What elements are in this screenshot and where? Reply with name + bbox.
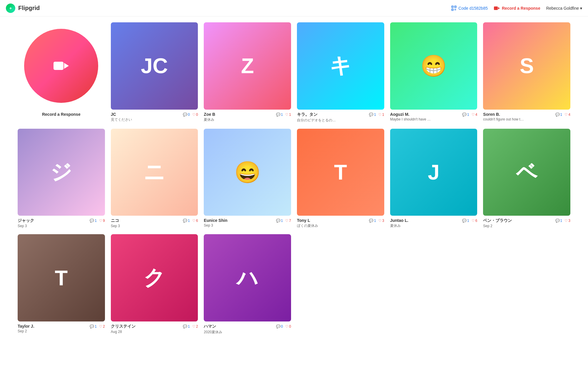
comment-count: 💬1 [183, 324, 190, 329]
card-info: Taylor J. Sep 2 💬1 ♡2 [18, 324, 105, 333]
card-info: ハマン 2020夏休み 💬0 ♡0 [204, 324, 291, 335]
card-date: Aug 28 [111, 330, 136, 334]
card-name: Aoguzi M. [390, 112, 431, 117]
comment-count: 💬1 [276, 219, 283, 223]
video-thumbnail: キ [297, 22, 384, 110]
card-info: ベン・ブラウン Sep 2 💬1 ♡3 [483, 218, 570, 228]
like-count: ♡4 [472, 113, 477, 117]
list-item[interactable]: ベ ベン・ブラウン Sep 2 💬1 ♡3 [483, 129, 570, 229]
comment-count: 💬0 [183, 113, 190, 117]
card-date: Sep 3 [18, 224, 34, 228]
like-count: ♡2 [99, 324, 105, 329]
list-item[interactable]: S Soren B. couldn't figure out how to pu… [483, 22, 570, 123]
video-thumbnail: ジ [18, 129, 105, 216]
like-count: ♡4 [564, 113, 570, 117]
card-stats: 💬0 ♡0 [276, 324, 291, 329]
card-sub: 見てください [111, 117, 132, 122]
svg-rect-9 [455, 9, 456, 9]
card-info: JC 見てください 💬0 ♡0 [111, 112, 198, 122]
card-info: Tony L ぼくの夏休み 💬1 ♡3 [297, 218, 384, 228]
svg-rect-5 [452, 6, 453, 7]
like-count: ♡1 [285, 113, 291, 117]
comment-count: 💬1 [555, 113, 562, 117]
list-item[interactable]: T Tony L ぼくの夏休み 💬1 ♡3 [297, 129, 384, 229]
like-count: ♡3 [378, 219, 384, 223]
video-thumbnail: ベ [483, 129, 570, 216]
card-info: Eunice Shin Sep 3 💬1 ♡7 [204, 218, 291, 227]
card-name: キラ。タン [297, 112, 338, 117]
record-video-icon [494, 6, 500, 11]
video-thumbnail: ク [111, 234, 198, 321]
list-item[interactable]: ジ ジャック Sep 3 💬1 ♡9 [18, 129, 105, 229]
card-info: ジャック Sep 3 💬1 ♡9 [18, 218, 105, 228]
comment-count: 💬1 [462, 219, 469, 223]
card-info: Soren B. couldn't figure out how to put … [483, 112, 570, 121]
like-count: ♡3 [564, 219, 570, 223]
card-date: Sep 3 [204, 223, 227, 227]
comment-count: 💬1 [276, 113, 283, 117]
card-info: Zoe B 夏休み 💬1 ♡1 [204, 112, 291, 122]
svg-rect-8 [455, 9, 455, 9]
card-name: ジャック [18, 218, 34, 223]
card-sub: 夏休み [390, 223, 408, 228]
card-name: Juntao L. [390, 218, 408, 223]
list-item[interactable]: ク クリステイン Aug 28 💬1 ♡2 [111, 234, 198, 335]
card-sub: couldn't figure out how to put fancy pi.… [483, 117, 524, 121]
card-stats: 💬1 ♡2 [183, 324, 198, 329]
card-info: Juntao L. 夏休み 💬1 ♡6 [390, 218, 477, 228]
header: + Flipgrid [0, 0, 588, 16]
list-item[interactable]: ニ ニコ Sep 3 💬1 ♡6 [111, 129, 198, 229]
card-sub: 夏休み [204, 117, 215, 122]
svg-rect-6 [455, 6, 456, 7]
card-info: キラ。タン 自分のビデオをとるのは少しはずか... 💬1 ♡1 [297, 112, 384, 123]
list-item[interactable]: 😄 Eunice Shin Sep 3 💬1 ♡7 [204, 129, 291, 229]
svg-rect-14 [54, 62, 64, 70]
like-count: ♡2 [192, 324, 198, 329]
comment-count: 💬1 [369, 219, 376, 223]
card-date: Sep 2 [483, 224, 512, 228]
flipgrid-logo[interactable]: + [6, 4, 15, 13]
list-item[interactable]: キ キラ。タン 自分のビデオをとるのは少しはずか... 💬1 ♡1 [297, 22, 384, 123]
card-name: ニコ [111, 218, 120, 223]
svg-rect-12 [494, 6, 498, 10]
card-stats: 💬1 ♡3 [555, 219, 570, 223]
card-name: Soren B. [483, 112, 524, 117]
card-stats: 💬1 ♡1 [369, 113, 384, 117]
video-thumbnail: ハ [204, 234, 291, 321]
code-label: Code d1582b85 [458, 6, 488, 11]
camera-icon [53, 60, 69, 72]
app-name: Flipgrid [18, 5, 40, 11]
video-thumbnail: JC [111, 22, 198, 110]
record-response-header-button[interactable]: Record a Response [494, 6, 540, 11]
video-thumbnail: Z [204, 22, 291, 110]
card-sub: 2020夏休み [204, 330, 222, 335]
card-sub: Maybe I shouldn't have used my phon... [390, 117, 431, 121]
record-tile-item[interactable]: Record a Response [18, 22, 105, 123]
comment-count: 💬0 [276, 324, 283, 329]
record-tile-wrapper [18, 22, 105, 110]
header-right: Code d1582b85 Record a Response Rebecca … [451, 6, 582, 11]
card-stats: 💬1 ♡4 [555, 113, 570, 117]
list-item[interactable]: JC JC 見てください 💬0 ♡0 [111, 22, 198, 123]
card-name: ハマン [204, 324, 222, 329]
card-name: JC [111, 112, 132, 117]
card-name: クリステイン [111, 324, 136, 329]
list-item[interactable]: Z Zoe B 夏休み 💬1 ♡1 [204, 22, 291, 123]
list-item[interactable]: ハ ハマン 2020夏休み 💬0 ♡0 [204, 234, 291, 335]
card-name: Eunice Shin [204, 218, 227, 223]
card-info: ニコ Sep 3 💬1 ♡6 [111, 218, 198, 228]
svg-marker-13 [498, 7, 500, 9]
like-count: ♡0 [192, 113, 198, 117]
list-item[interactable]: 😁 Aoguzi M. Maybe I shouldn't have used … [390, 22, 477, 123]
list-item[interactable]: T Taylor J. Sep 2 💬1 ♡2 [18, 234, 105, 335]
user-menu[interactable]: Rebecca Goldfine ▾ [546, 6, 582, 11]
video-thumbnail: S [483, 22, 570, 110]
qr-icon [451, 6, 457, 11]
user-name: Rebecca Goldfine [546, 6, 579, 11]
code-button[interactable]: Code d1582b85 [451, 6, 488, 11]
comment-count: 💬1 [90, 219, 97, 223]
card-sub: 自分のビデオをとるのは少しはずか... [297, 118, 338, 123]
record-tile[interactable] [24, 29, 98, 103]
card-stats: 💬1 ♡9 [90, 219, 105, 223]
list-item[interactable]: J Juntao L. 夏休み 💬1 ♡6 [390, 129, 477, 229]
